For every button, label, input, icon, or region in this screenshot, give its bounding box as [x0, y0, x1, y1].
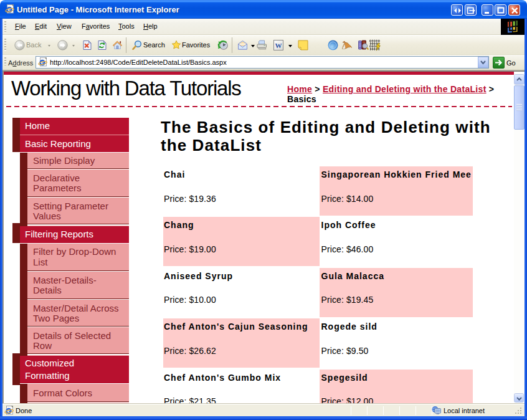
svg-text:W: W	[275, 42, 282, 49]
